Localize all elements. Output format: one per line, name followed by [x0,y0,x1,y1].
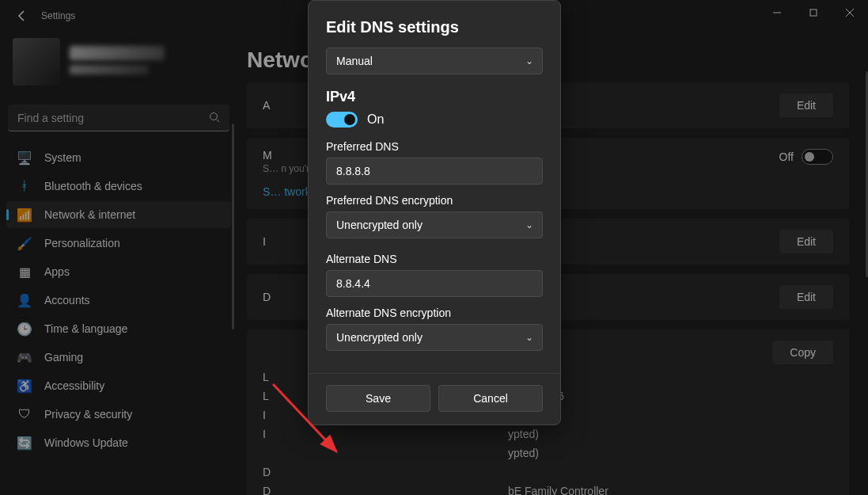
preferred-dns-input[interactable] [326,158,543,185]
preferred-enc-select[interactable]: Unencrypted only [326,211,543,238]
dns-dialog: Edit DNS settings Manual ⌄ IPv4 On Prefe… [308,0,561,425]
alternate-dns-input[interactable] [326,270,543,297]
alternate-enc-select[interactable]: Unencrypted only [326,324,543,351]
dialog-title: Edit DNS settings [326,18,543,36]
ipv4-heading: IPv4 [326,89,543,105]
cancel-button[interactable]: Cancel [438,385,543,412]
save-button[interactable]: Save [326,385,430,412]
mode-select[interactable]: Manual [326,48,543,74]
ipv4-toggle[interactable] [326,112,358,128]
